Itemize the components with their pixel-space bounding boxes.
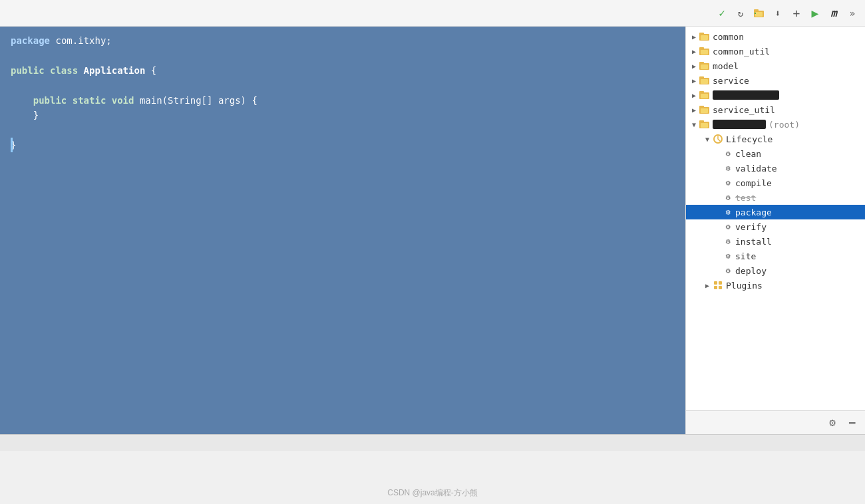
svg-rect-12 [701, 64, 708, 69]
svg-rect-14 [699, 76, 704, 79]
tree-item-lifecycle[interactable]: ▼ Lifecycle [686, 132, 865, 146]
tree-label-lifecycle: Lifecycle [726, 134, 773, 144]
lifecycle-icon [713, 134, 723, 144]
expand-arrow-lifecycle: ▼ [702, 134, 713, 144]
svg-rect-3 [755, 13, 756, 14]
code-editor[interactable]: package com.itxhy; public class Applicat… [0, 27, 685, 434]
tree-item-test[interactable]: ⚙ test [686, 190, 865, 205]
tree-item-root[interactable]: ▼ (root) [686, 117, 865, 132]
expand-arrow-common: ▶ [689, 31, 699, 42]
svg-rect-21 [701, 108, 708, 113]
add-icon[interactable]: + [789, 6, 804, 21]
gear-icon-test: ⚙ [723, 193, 733, 202]
tree-label-validate: validate [735, 164, 777, 174]
gear-icon-validate: ⚙ [723, 164, 733, 173]
tree-item-service-util[interactable]: ▶ service_util [686, 102, 865, 117]
run-icon[interactable]: ▶ [808, 6, 822, 21]
svg-rect-24 [701, 123, 708, 128]
tree-label-service: service [713, 76, 749, 86]
tree-label-plugins: Plugins [726, 281, 763, 291]
redacted-label-1 [713, 90, 779, 100]
checkmark-icon[interactable]: ✓ [715, 6, 729, 21]
module-icon-common-util [699, 46, 710, 57]
maven-tree: ▶ common ▶ common_util ▶ mode [686, 27, 865, 410]
code-line-1: package com.itxhy; [11, 33, 675, 48]
gear-icon-verify: ⚙ [723, 222, 733, 231]
watermark-area: CSDN @java编程-方小熊 [0, 451, 865, 504]
tree-item-package[interactable]: ⚙ package [686, 205, 865, 219]
svg-rect-23 [699, 120, 704, 123]
tree-item-compile[interactable]: ⚙ compile [686, 176, 865, 190]
expand-arrow-model: ▶ [689, 61, 699, 71]
tree-item-install[interactable]: ⚙ install [686, 234, 865, 249]
settings-icon-bottom[interactable]: ⚙ [825, 416, 840, 430]
more-icon[interactable]: » [845, 6, 860, 21]
watermark-text: CSDN @java编程-方小熊 [387, 487, 478, 499]
tree-label-root-suffix: (root) [769, 120, 800, 130]
code-line-6: } [11, 108, 675, 122]
tree-item-clean[interactable]: ⚙ clean [686, 146, 865, 161]
toolbar: ✓ ↻ ⬇ + ▶ m » [0, 0, 865, 27]
tree-label-model: model [713, 61, 739, 71]
tree-item-redacted1[interactable]: ▶ [686, 88, 865, 102]
tree-item-model[interactable]: ▶ model [686, 59, 865, 73]
plugins-icon [713, 280, 723, 291]
maven-panel-bottom: ⚙ − [686, 410, 865, 434]
code-line-5: public static void main(String[] args) { [11, 93, 675, 108]
svg-rect-9 [701, 50, 708, 55]
maven-icon[interactable]: m [826, 6, 841, 21]
svg-rect-6 [701, 35, 708, 40]
code-line-2 [11, 48, 675, 63]
tree-item-verify[interactable]: ⚙ verify [686, 219, 865, 234]
tree-label-install: install [735, 237, 772, 247]
svg-rect-18 [701, 94, 708, 98]
minus-icon-bottom[interactable]: − [845, 416, 860, 430]
main-content: package com.itxhy; public class Applicat… [0, 27, 865, 434]
svg-rect-2 [755, 12, 763, 17]
tree-label-service-util: service_util [713, 105, 775, 115]
code-line-3: public class Application { [11, 63, 675, 78]
tree-item-common-util[interactable]: ▶ common_util [686, 44, 865, 59]
expand-arrow-plugins: ▶ [702, 280, 713, 291]
redacted-label-root [713, 120, 766, 129]
tree-item-validate[interactable]: ⚙ validate [686, 161, 865, 176]
module-icon-redacted1 [699, 90, 710, 100]
code-line-8: } [11, 138, 675, 152]
tree-label-test: test [735, 193, 756, 203]
svg-rect-29 [719, 286, 722, 289]
tree-item-site[interactable]: ⚙ site [686, 249, 865, 263]
status-bar [0, 434, 865, 451]
module-icon-root [699, 119, 710, 130]
expand-arrow-service: ▶ [689, 75, 699, 86]
code-line-7 [11, 122, 675, 137]
refresh-icon[interactable]: ↻ [733, 6, 748, 21]
expand-arrow-service-util: ▶ [689, 104, 699, 115]
module-icon-service-util [699, 104, 710, 115]
svg-rect-28 [714, 286, 717, 289]
tree-label-site: site [735, 251, 756, 261]
svg-rect-1 [754, 9, 759, 12]
tree-label-package: package [735, 207, 772, 217]
tree-label-compile: compile [735, 178, 772, 188]
svg-rect-15 [701, 79, 708, 84]
tree-item-common[interactable]: ▶ common [686, 29, 865, 44]
svg-rect-8 [699, 47, 704, 50]
gear-icon-clean: ⚙ [723, 149, 733, 158]
tree-item-deploy[interactable]: ⚙ deploy [686, 263, 865, 278]
gear-icon-deploy: ⚙ [723, 266, 733, 275]
code-line-4 [11, 78, 675, 92]
folder-icon[interactable] [752, 6, 767, 21]
tree-label-deploy: deploy [735, 266, 767, 276]
maven-panel: ▶ common ▶ common_util ▶ mode [685, 27, 865, 434]
download-icon[interactable]: ⬇ [771, 6, 785, 21]
module-icon-model [699, 61, 710, 71]
tree-item-plugins[interactable]: ▶ Plugins [686, 278, 865, 293]
editor-area[interactable]: package com.itxhy; public class Applicat… [0, 27, 685, 434]
svg-rect-17 [699, 91, 704, 94]
expand-arrow-redacted1: ▶ [689, 90, 699, 100]
svg-rect-27 [719, 281, 722, 285]
module-icon-common [699, 31, 710, 42]
expand-arrow-common-util: ▶ [689, 46, 699, 57]
tree-item-service[interactable]: ▶ service [686, 73, 865, 88]
svg-rect-26 [714, 281, 717, 285]
